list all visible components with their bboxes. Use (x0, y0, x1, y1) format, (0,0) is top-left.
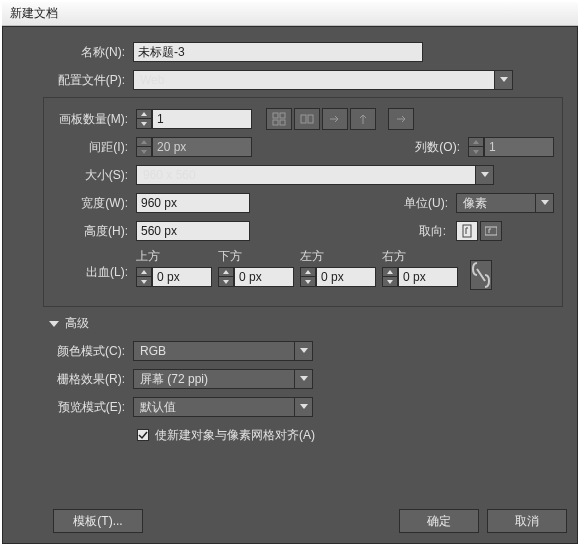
columns-spinner (468, 137, 484, 157)
window-title: 新建文档 (10, 5, 58, 22)
bleed-label: 出血(L): (52, 248, 136, 281)
cancel-button[interactable]: 取消 (487, 509, 567, 533)
advanced-disclosure[interactable]: 高级 (49, 315, 567, 332)
svg-rect-1 (280, 113, 285, 118)
portrait-icon[interactable] (456, 221, 478, 241)
preview-label: 预览模式(E): (43, 399, 133, 416)
artboards-input[interactable]: 1 (152, 109, 252, 129)
bleed-right-input[interactable]: 0 px (398, 267, 458, 287)
size-label: 大小(S): (52, 167, 136, 184)
bleed-left-label: 左方 (300, 248, 376, 265)
artboards-label: 画板数量(M): (52, 111, 136, 128)
spacing-spinner (136, 137, 152, 157)
chevron-down-icon (294, 342, 312, 360)
chevron-down-icon (494, 71, 512, 89)
name-input[interactable]: 未标题-3 (133, 42, 423, 62)
orientation-label: 取向: (414, 223, 454, 240)
landscape-icon[interactable] (480, 221, 502, 241)
templates-button[interactable]: 模板(T)... (53, 509, 143, 533)
profile-select[interactable]: Web (133, 70, 513, 90)
width-input[interactable]: 960 px (136, 193, 250, 213)
bleed-top-input[interactable]: 0 px (152, 267, 212, 287)
align-checkbox[interactable] (137, 429, 149, 441)
arrow-right2-icon[interactable] (388, 108, 414, 130)
arrow-up-icon[interactable] (350, 108, 376, 130)
bleed-top-spinner[interactable] (136, 267, 152, 287)
ok-button[interactable]: 确定 (399, 509, 479, 533)
chevron-down-icon (535, 194, 553, 212)
svg-rect-3 (280, 120, 285, 125)
chevron-down-icon (475, 166, 493, 184)
artboards-spinner[interactable] (136, 109, 152, 129)
name-label: 名称(N): (43, 44, 133, 61)
chevron-down-icon (294, 370, 312, 388)
bleed-right-label: 右方 (382, 248, 458, 265)
height-label: 高度(H): (52, 223, 136, 240)
bleed-top-label: 上方 (136, 248, 212, 265)
preview-select[interactable]: 默认值 (133, 397, 313, 417)
grid-row-icon[interactable] (294, 108, 320, 130)
width-label: 宽度(W): (52, 195, 136, 212)
raster-select[interactable]: 屏幕 (72 ppi) (133, 369, 313, 389)
size-select[interactable]: 960 x 560 (136, 165, 494, 185)
svg-rect-5 (308, 115, 313, 123)
bleed-bottom-input[interactable]: 0 px (234, 267, 294, 287)
chevron-down-icon (294, 398, 312, 416)
bleed-bottom-label: 下方 (218, 248, 294, 265)
bleed-right-spinner[interactable] (382, 267, 398, 287)
dialog-body: 名称(N): 未标题-3 配置文件(P): Web 画板数量(M): 1 (2, 26, 578, 544)
check-icon (138, 430, 148, 440)
grid-rowcol-icon[interactable] (266, 108, 292, 130)
advanced-label: 高级 (65, 315, 89, 332)
spacing-label: 间距(I): (52, 139, 136, 156)
link-icon[interactable] (470, 260, 492, 290)
units-select[interactable]: 像素 (456, 193, 554, 213)
svg-rect-6 (463, 225, 471, 237)
arrow-right-icon[interactable] (322, 108, 348, 130)
raster-label: 栅格效果(R): (43, 371, 133, 388)
height-input[interactable]: 560 px (136, 221, 250, 241)
svg-rect-7 (485, 227, 497, 235)
svg-rect-0 (273, 113, 278, 118)
units-label: 单位(U): (396, 195, 456, 212)
artboard-fieldset: 画板数量(M): 1 间距(I): (43, 97, 563, 307)
chevron-down-icon (49, 319, 59, 329)
columns-label: 列数(O): (408, 139, 468, 156)
align-label: 使新建对象与像素网格对齐(A) (155, 427, 315, 444)
titlebar: 新建文档 (2, 2, 578, 26)
svg-rect-4 (301, 115, 306, 123)
bleed-left-input[interactable]: 0 px (316, 267, 376, 287)
spacing-input: 20 px (152, 137, 252, 157)
bleed-bottom-spinner[interactable] (218, 267, 234, 287)
profile-label: 配置文件(P): (43, 72, 133, 89)
columns-input: 1 (484, 137, 554, 157)
colormode-select[interactable]: RGB (133, 341, 313, 361)
bleed-left-spinner[interactable] (300, 267, 316, 287)
svg-rect-2 (273, 120, 278, 125)
colormode-label: 颜色模式(C): (43, 343, 133, 360)
